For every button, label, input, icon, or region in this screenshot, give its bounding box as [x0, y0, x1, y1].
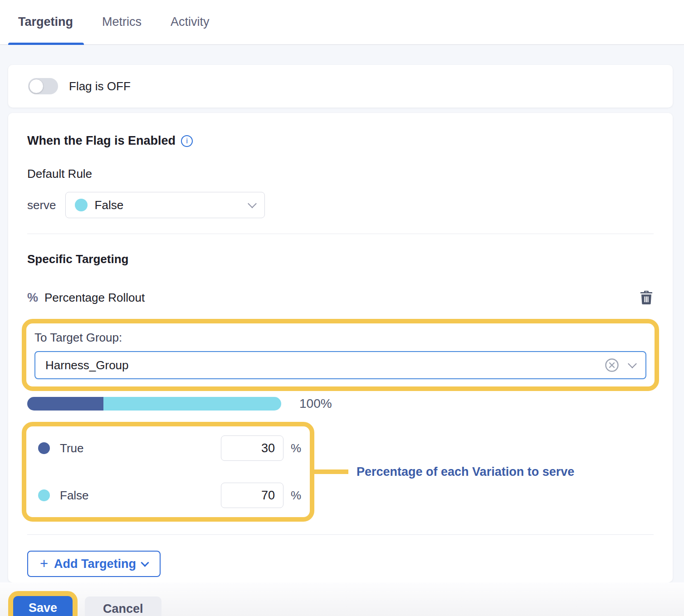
serve-variation-dropdown[interactable]: False [65, 192, 265, 218]
tab-metrics[interactable]: Metrics [102, 15, 142, 45]
save-highlight-ring: Save [8, 591, 78, 616]
bar-segment-false [103, 397, 281, 411]
flag-toggle[interactable] [28, 78, 58, 94]
chevron-down-icon[interactable] [628, 359, 637, 368]
target-group-label: To Target Group: [34, 331, 646, 345]
footer-action-bar: Save Cancel [0, 582, 684, 616]
variation-color-dot [75, 199, 88, 211]
default-rule-serve-row: serve False [27, 192, 654, 218]
variation-color-dot [38, 442, 50, 454]
percentage-rollout-label: Percentage Rollout [44, 291, 639, 305]
target-group-value: Harness_Group [45, 358, 605, 372]
rollout-weight-bar [27, 397, 281, 411]
bar-segment-true [27, 397, 103, 411]
variation-row-true: True % [34, 435, 302, 461]
divider [27, 534, 654, 535]
flag-state-card: Flag is OFF [8, 65, 673, 108]
annotation-connector-line [314, 469, 348, 474]
delete-rollout-button[interactable] [639, 290, 654, 305]
variation-row-false: False % [34, 483, 302, 508]
specific-targeting-title: Specific Targeting [27, 252, 654, 266]
trash-icon [639, 290, 654, 305]
tab-targeting[interactable]: Targeting [18, 15, 73, 45]
variation-name: True [60, 441, 221, 455]
variation-percent-input-false[interactable] [221, 483, 283, 508]
tab-activity[interactable]: Activity [171, 15, 210, 45]
variation-color-dot [38, 489, 50, 501]
annotation-text: Percentage of each Variation to serve [357, 465, 574, 479]
percent-icon: % [27, 291, 38, 305]
enabled-section-title-text: When the Flag is Enabled [27, 134, 176, 148]
serve-label: serve [27, 198, 56, 212]
variation-weights-row: True % False % Percentage of each Variat… [27, 422, 654, 522]
serve-variation-value: False [95, 198, 249, 212]
target-group-select[interactable]: Harness_Group [34, 351, 646, 379]
chevron-down-icon [248, 199, 257, 208]
rollout-total-percent: 100% [299, 396, 332, 411]
variation-percent-input-true[interactable] [221, 435, 283, 461]
percent-suffix: % [291, 489, 302, 503]
target-group-highlight-box: To Target Group: Harness_Group [22, 319, 659, 391]
flag-state-label: Flag is OFF [69, 79, 131, 93]
chevron-down-icon [141, 558, 149, 567]
default-rule-label: Default Rule [27, 167, 654, 181]
add-targeting-label: Add Targeting [54, 557, 136, 571]
percent-suffix: % [291, 441, 302, 455]
divider [27, 234, 654, 234]
variation-name: False [60, 489, 221, 503]
save-button[interactable]: Save [13, 596, 73, 616]
page-content: Flag is OFF When the Flag is Enabled i D… [0, 65, 684, 582]
clear-selection-icon[interactable] [605, 358, 619, 372]
rollout-weight-bar-row: 100% [27, 396, 654, 411]
percentage-rollout-header: % Percentage Rollout [27, 290, 654, 305]
plus-icon: + [40, 557, 48, 571]
info-icon[interactable]: i [181, 135, 193, 147]
cancel-button[interactable]: Cancel [85, 596, 161, 616]
targeting-rules-card: When the Flag is Enabled i Default Rule … [8, 113, 673, 582]
enabled-section-title: When the Flag is Enabled i [27, 134, 654, 148]
flag-toggle-knob [29, 79, 44, 93]
variation-weights-highlight-box: True % False % [22, 422, 314, 522]
tab-bar: Targeting Metrics Activity [0, 0, 684, 45]
add-targeting-button[interactable]: + Add Targeting [27, 551, 161, 577]
